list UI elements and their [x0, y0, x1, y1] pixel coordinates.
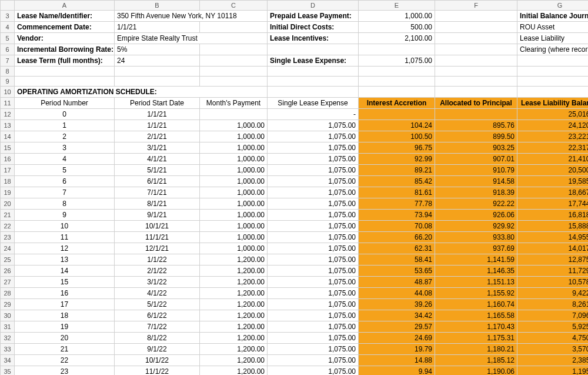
- cell-principal[interactable]: 1,141.59: [435, 254, 517, 266]
- vendor-value[interactable]: Empire State Realty Trust: [115, 33, 268, 44]
- cell-balance[interactable]: 24,120.67: [517, 120, 589, 131]
- cell-sle[interactable]: 1,075.00: [268, 154, 359, 165]
- cell[interactable]: [15, 77, 115, 87]
- cell-start[interactable]: 7/1/21: [115, 187, 200, 198]
- cell-interest[interactable]: 77.78: [359, 198, 435, 210]
- rou-asset-label[interactable]: ROU Asset: [517, 22, 589, 33]
- lease-liability-label[interactable]: Lease Liability: [517, 33, 589, 44]
- cell[interactable]: [15, 67, 115, 77]
- cell-period[interactable]: 23: [15, 366, 115, 376]
- cell-interest[interactable]: 39.26: [359, 299, 435, 310]
- cell-balance[interactable]: 19,585.55: [517, 176, 589, 187]
- cell[interactable]: [435, 87, 517, 98]
- row-header[interactable]: 7: [1, 55, 15, 67]
- cell-sle[interactable]: 1,075.00: [268, 221, 359, 232]
- row-header[interactable]: 16: [1, 154, 15, 165]
- cell-interest[interactable]: 73.94: [359, 210, 435, 221]
- cell-balance[interactable]: 23,221.17: [517, 131, 589, 142]
- cell-balance[interactable]: 16,818.87: [517, 210, 589, 221]
- cell-start[interactable]: 12/1/21: [115, 243, 200, 254]
- cell-balance[interactable]: 17,744.93: [517, 198, 589, 210]
- cell-period[interactable]: 14: [15, 266, 115, 277]
- clearing-label[interactable]: Clearing (where recorded: [517, 44, 589, 55]
- cell[interactable]: [268, 44, 359, 55]
- cell-sle[interactable]: 1,075.00: [268, 198, 359, 210]
- schedule-title[interactable]: OPERATING AMORTIZATION SCHEDULE:: [15, 87, 268, 98]
- cell-interest[interactable]: 34.42: [359, 310, 435, 321]
- row-header[interactable]: 33: [1, 344, 15, 355]
- cell-start[interactable]: 3/1/22: [115, 277, 200, 288]
- cell-balance[interactable]: 3,570.21: [517, 344, 589, 355]
- cell-interest[interactable]: 100.50: [359, 131, 435, 142]
- cell-principal[interactable]: 1,155.92: [435, 288, 517, 299]
- cell-start[interactable]: 11/1/22: [115, 366, 200, 376]
- spreadsheet-grid[interactable]: A B C D E F G 3 Lease Name/Identifier: 3…: [0, 0, 588, 375]
- cell-principal[interactable]: 918.39: [435, 187, 517, 198]
- cell-sle[interactable]: 1,075.00: [268, 243, 359, 254]
- prepaid-label[interactable]: Prepaid Lease Payment:: [268, 11, 359, 22]
- cell-balance[interactable]: 14,955.15: [517, 232, 589, 243]
- row-header[interactable]: 11: [1, 98, 15, 109]
- cell-balance[interactable]: 20,500.13: [517, 165, 589, 176]
- cell-payment[interactable]: 1,000.00: [200, 243, 268, 254]
- cell-period[interactable]: 13: [15, 254, 115, 266]
- cell-sle[interactable]: 1,075.00: [268, 210, 359, 221]
- lease-name-label[interactable]: Lease Name/Identifier:: [15, 11, 115, 22]
- cell-principal[interactable]: 895.76: [435, 120, 517, 131]
- cell-principal[interactable]: 1,170.43: [435, 321, 517, 333]
- cell-start[interactable]: 1/1/21: [115, 109, 200, 120]
- cell-payment[interactable]: 1,000.00: [200, 187, 268, 198]
- cell-sle[interactable]: 1,075.00: [268, 288, 359, 299]
- cell-principal[interactable]: 929.92: [435, 221, 517, 232]
- journal-title[interactable]: Initial Balance Journal (Co: [517, 11, 589, 22]
- row-header[interactable]: 18: [1, 176, 15, 187]
- cell-period[interactable]: 7: [15, 187, 115, 198]
- cell-principal[interactable]: [435, 109, 517, 120]
- cell[interactable]: [517, 87, 589, 98]
- row-header[interactable]: 28: [1, 288, 15, 299]
- prepaid-value[interactable]: 1,000.00: [359, 11, 435, 22]
- cell-principal[interactable]: 903.25: [435, 142, 517, 154]
- cell-interest[interactable]: 44.08: [359, 288, 435, 299]
- hdr-start[interactable]: Period Start Date: [115, 98, 200, 109]
- cell-sle[interactable]: 1,075.00: [268, 232, 359, 243]
- cell-sle[interactable]: 1,075.00: [268, 266, 359, 277]
- row-header[interactable]: 12: [1, 109, 15, 120]
- cell[interactable]: [200, 67, 268, 77]
- cell-payment[interactable]: 1,000.00: [200, 198, 268, 210]
- cell-period[interactable]: 5: [15, 165, 115, 176]
- incentives-value[interactable]: 2,100.00: [359, 33, 435, 44]
- cell-balance[interactable]: 10,578.39: [517, 277, 589, 288]
- cell[interactable]: [435, 11, 517, 22]
- cell-balance[interactable]: 18,667.15: [517, 187, 589, 198]
- row-header[interactable]: 31: [1, 321, 15, 333]
- cell-period[interactable]: 9: [15, 210, 115, 221]
- cell-payment[interactable]: 1,200.00: [200, 355, 268, 366]
- ibr-value[interactable]: 5%: [115, 44, 200, 55]
- cell-interest[interactable]: 66.20: [359, 232, 435, 243]
- cell-start[interactable]: 9/1/22: [115, 344, 200, 355]
- cell-payment[interactable]: 1,200.00: [200, 266, 268, 277]
- cell-period[interactable]: 10: [15, 221, 115, 232]
- cell-start[interactable]: 2/1/22: [115, 266, 200, 277]
- cell-period[interactable]: 3: [15, 142, 115, 154]
- cell[interactable]: [268, 77, 359, 87]
- cell-start[interactable]: 6/1/21: [115, 176, 200, 187]
- cell-principal[interactable]: 1,175.31: [435, 333, 517, 344]
- cell-payment[interactable]: 1,200.00: [200, 277, 268, 288]
- cell-principal[interactable]: 926.06: [435, 210, 517, 221]
- row-header[interactable]: 32: [1, 333, 15, 344]
- cell-principal[interactable]: 1,165.58: [435, 310, 517, 321]
- col-header-b[interactable]: B: [115, 1, 200, 11]
- cell[interactable]: [200, 44, 268, 55]
- vendor-label[interactable]: Vendor:: [15, 33, 115, 44]
- cell-interest[interactable]: 70.08: [359, 221, 435, 232]
- row-header[interactable]: 34: [1, 355, 15, 366]
- cell-start[interactable]: 2/1/21: [115, 131, 200, 142]
- cell-balance[interactable]: 9,422.47: [517, 288, 589, 299]
- cell[interactable]: [200, 22, 268, 33]
- cell-period[interactable]: 19: [15, 321, 115, 333]
- cell-interest[interactable]: 89.21: [359, 165, 435, 176]
- cell[interactable]: [268, 87, 359, 98]
- cell-sle[interactable]: 1,075.00: [268, 355, 359, 366]
